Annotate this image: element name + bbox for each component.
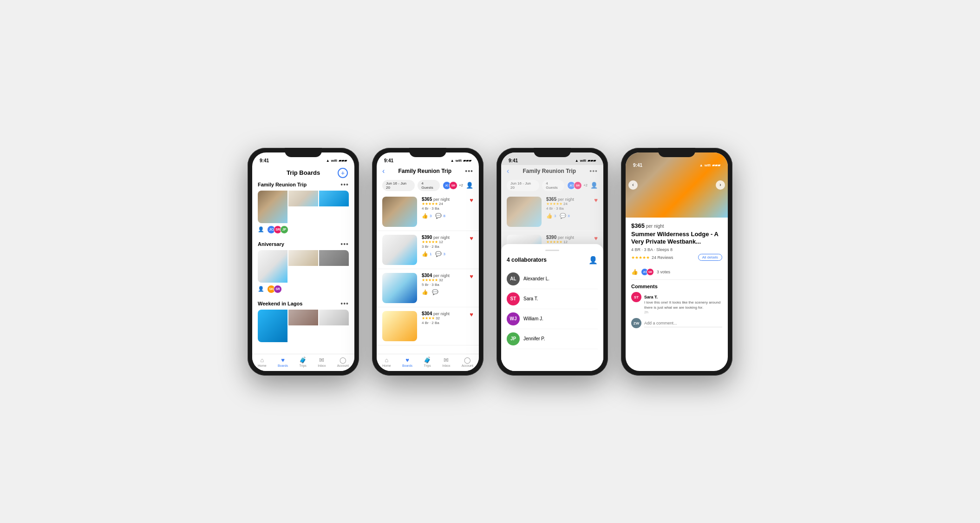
nav-account-1[interactable]: ◯ Account [337, 357, 349, 367]
listing-card-2-1[interactable]: $365 per night ★★★★★ 24 4 Br · 3 Ba 👍 3 … [377, 193, 479, 231]
battery-2: ▰▰▰ [463, 159, 471, 163]
listing-card-2-2[interactable]: $390 per night ★★★★★ 12 3 Br · 2 Ba 👍 1 … [377, 231, 479, 269]
board-img-3c [319, 310, 349, 325]
board-options-3[interactable]: ••• [340, 300, 349, 307]
listing-card-2-4[interactable]: $304 per night ★★★★ 32 4 Br · 2 Ba ♥ [377, 307, 479, 345]
comment-text-st: I love this one! It looks like the scene… [644, 300, 722, 310]
home-icon-1: ⌂ [260, 357, 264, 363]
trip-options-2[interactable]: ••• [465, 167, 473, 175]
prev-photo-button[interactable]: ‹ [628, 180, 638, 190]
board-img-1c [319, 191, 349, 206]
next-photo-button[interactable]: › [716, 180, 725, 190]
board-images-3 [258, 310, 349, 342]
heart-btn-2-3[interactable]: ♥ [470, 273, 473, 280]
listing-card-2-3[interactable]: $304 per night ★★★★★ 32 5 Br · 3 Ba 👍 💬 [377, 269, 479, 307]
listing-price-3-1: $365 per night [546, 197, 589, 202]
guest-avatars-2: JC SR +2 👤 [443, 181, 473, 190]
inbox-icon-2: ✉ [444, 357, 449, 363]
comment-btn-2-2[interactable]: 💬 3 [435, 251, 445, 257]
board-card-header-2: Aniversary ••• [258, 240, 349, 248]
heart-btn-2-1[interactable]: ♥ [470, 197, 473, 204]
stars-4: ★★★★★ [631, 255, 650, 260]
nav-home-1[interactable]: ⌂ Home [258, 357, 267, 367]
nav-account-2[interactable]: ◯ Account [462, 357, 473, 367]
listing-actions-2-2: 👍 1 💬 3 [422, 251, 465, 257]
add-collab-icon[interactable]: 👤 [588, 256, 598, 265]
board-name-3: Weekend in Lagos [258, 301, 302, 306]
wifi-4: wifi [705, 163, 711, 167]
heart-btn-2-2[interactable]: ♥ [470, 235, 473, 242]
like-btn-2-2[interactable]: 👍 1 [422, 251, 431, 257]
extra-count-3: +2 [583, 183, 588, 187]
collab-name-st: Sara T. [523, 296, 538, 301]
dates-pill-2: Jun 16 - Jun 20 [382, 180, 415, 191]
vote-button[interactable]: 👍 [631, 269, 638, 275]
all-details-button[interactable]: All details [698, 254, 722, 261]
listing-price-3-2: $390 per night [546, 235, 589, 240]
avatar-sr2: SR [274, 285, 282, 293]
listing-info-2-2: $390 per night ★★★★★ 12 3 Br · 2 Ba 👍 1 … [422, 235, 465, 257]
nav-boards-1[interactable]: ♥ Boards [278, 357, 288, 367]
nav-account-label-1: Account [337, 364, 349, 367]
boards-header: Trip Boards + [252, 165, 354, 181]
add-guest-icon-3[interactable]: 👤 [590, 182, 598, 189]
phone-4: 9:41 ▲ wifi ▰▰▰ ‹ › $365 per night S [621, 148, 732, 376]
board-options-1[interactable]: ••• [340, 181, 349, 188]
listing-stars-2-3: ★★★★★ 32 [422, 278, 465, 282]
comment-input[interactable] [644, 319, 722, 327]
home-icon-2: ⌂ [385, 357, 388, 363]
trips-icon-2: 🧳 [424, 357, 431, 363]
nav-boards-2[interactable]: ♥ Boards [402, 357, 412, 367]
status-bar-4: 9:41 ▲ wifi ▰▰▰ [626, 157, 728, 170]
like-icon-2-2: 👍 [422, 251, 428, 257]
board-card-family[interactable]: Family Reunion Trip ••• 👤 JC SR JP [258, 181, 349, 234]
back-button-3[interactable]: ‹ [507, 167, 509, 175]
collaborators-panel: 4 collaborators 👤 AL Alexander L. ST Sar… [501, 244, 603, 371]
comments-section: Comments ST Sara T. I love this one! It … [631, 284, 722, 328]
listing-stars-2-4: ★★★★ 32 [422, 316, 465, 320]
board-card-lagos[interactable]: Weekend in Lagos ••• [258, 300, 349, 342]
board-card-anniversary[interactable]: Aniversary ••• 👤 SK SR [258, 240, 349, 293]
comment-author-st: Sara T. [644, 295, 658, 299]
like-btn-2-1[interactable]: 👍 3 [422, 213, 431, 219]
trip-options-3[interactable]: ••• [589, 167, 598, 175]
board-name-1: Family Reunion Trip [258, 182, 307, 187]
collab-avatar-wj: WJ [507, 312, 520, 325]
votes-row: 👍 JC SR 3 votes [631, 265, 722, 280]
heart-btn-2-4[interactable]: ♥ [470, 311, 473, 318]
board-card-header-1: Family Reunion Trip ••• [258, 181, 349, 188]
listing-beds-2-3: 5 Br · 3 Ba [422, 283, 465, 287]
nav-inbox-1[interactable]: ✉ Inbox [318, 357, 326, 367]
like-count-3-1: 3 [554, 214, 556, 218]
comment-body-st: Sara T. I love this one! It looks like t… [644, 292, 722, 314]
wifi-3: wifi [580, 159, 586, 163]
price-value: $365 [631, 222, 645, 229]
add-guest-icon-2[interactable]: 👤 [466, 182, 473, 189]
collab-header: 4 collaborators 👤 [507, 256, 598, 265]
comment-btn-2-3[interactable]: 💬 [432, 289, 438, 295]
collab-name-jp: Jennifer P. [523, 336, 545, 341]
comment-icon-2-3: 💬 [432, 289, 438, 295]
board-img-1b [288, 191, 318, 206]
board-images-1 [258, 191, 349, 223]
nav-inbox-2[interactable]: ✉ Inbox [442, 357, 450, 367]
signal-2: ▲ [451, 159, 454, 163]
guest-avatars-3: JC SR +2 👤 [567, 181, 598, 190]
like-btn-2-3[interactable]: 👍 [422, 289, 428, 295]
nav-trips-2[interactable]: 🧳 Trips [424, 357, 431, 367]
dates-pill-3: Jun 16 - Jun 20 [507, 180, 539, 191]
listing-name: Summer Wilderness Lodge - A Very Private… [631, 231, 722, 246]
board-options-2[interactable]: ••• [340, 240, 349, 248]
trip-title-2: Family Reunion Trip [398, 168, 451, 174]
listing-detail: $365 per night Summer Wilderness Lodge -… [626, 218, 728, 371]
listing-actions-2-3: 👍 💬 [422, 289, 465, 295]
nav-trips-1[interactable]: 🧳 Trips [299, 357, 307, 367]
add-board-button[interactable]: + [338, 168, 348, 178]
phone-1: 9:41 ▲ wifi ▰▰▰ Trip Boards + Family Reu… [248, 148, 359, 376]
nav-boards-label-2: Boards [402, 364, 412, 367]
trip-header-3: ‹ Family Reunion Trip ••• [501, 165, 603, 178]
time-3: 9:41 [509, 158, 518, 163]
comment-btn-2-1[interactable]: 💬 8 [435, 213, 445, 219]
nav-home-2[interactable]: ⌂ Home [382, 357, 391, 367]
back-button-2[interactable]: ‹ [382, 167, 385, 175]
